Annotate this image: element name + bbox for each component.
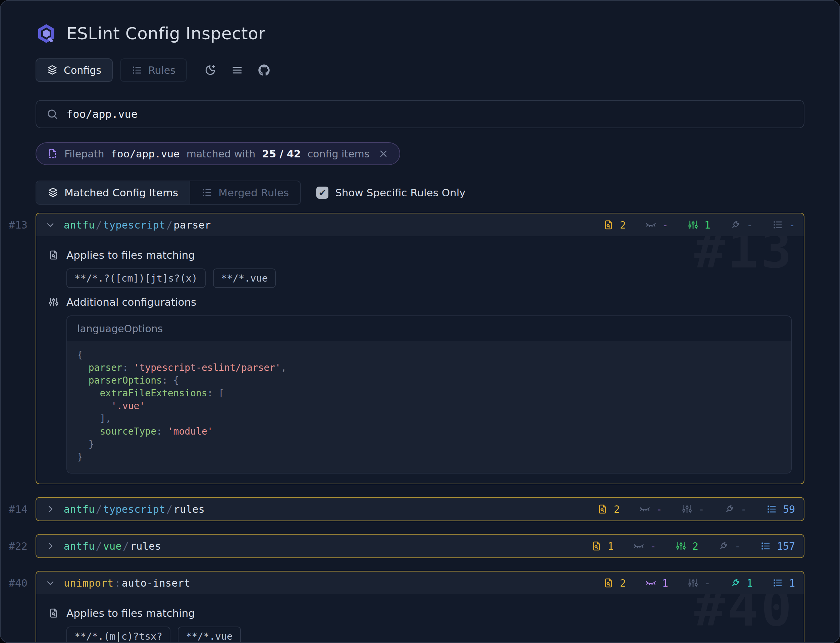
config-header[interactable]: antfu / vue / rules 1 - 2 - 157 [36, 535, 804, 557]
files-matching-label: Applies to files matching [48, 607, 792, 619]
files-matching-label: Applies to files matching [48, 249, 792, 261]
file-search-icon [603, 578, 614, 588]
rules-badge: 157 [760, 540, 795, 552]
config-badges: 2 - - - 59 [578, 503, 795, 515]
glob-chip: **/*.vue [213, 268, 276, 288]
tab-rules[interactable]: Rules [120, 59, 187, 82]
files-badge: 2 [603, 219, 626, 231]
github-link[interactable] [258, 64, 270, 76]
sliders-icon [688, 219, 698, 230]
options-badge: - [688, 577, 710, 589]
chevron-down-icon[interactable] [45, 578, 56, 588]
file-search-icon [48, 608, 59, 619]
config-index: #22 [9, 540, 28, 552]
close-icon [378, 149, 389, 159]
plugins-badge: - [718, 540, 741, 552]
options-badge: - [682, 503, 705, 515]
view-controls: Matched Config Items Merged Rules ✔ Show… [36, 181, 804, 205]
config-body: Applies to files matching **/*.?([cm])[j… [36, 236, 804, 484]
config-badges: 2 1 - 1 1 [584, 577, 795, 589]
list-icon [772, 578, 783, 588]
ignores-badge: - [645, 219, 668, 231]
config-header[interactable]: antfu / typescript / rules 2 - - - 59 [36, 498, 804, 521]
list-icon [772, 219, 783, 230]
tab-label: Configs [64, 64, 101, 76]
files-badge: 2 [603, 577, 626, 589]
sliders-icon [48, 297, 59, 307]
glob-chip: **/*.vue [178, 627, 241, 643]
config-name: antfu / typescript / rules [64, 503, 205, 515]
view-option-label: Merged Rules [218, 187, 289, 199]
view-option-label: Matched Config Items [64, 187, 178, 199]
config-header[interactable]: antfu / typescript / parser 2 - 1 - - [36, 214, 804, 236]
nav-tabs: Configs Rules [36, 59, 804, 82]
config-badges: 2 - 1 - - [584, 219, 795, 231]
config-name-leaf: parser [174, 219, 211, 231]
chevron-down-icon[interactable] [45, 219, 56, 230]
config-name-scope: antfu [64, 503, 95, 515]
config-name-sep: / [165, 219, 174, 231]
config-header[interactable]: unimport : auto-insert 2 1 - 1 1 [36, 571, 804, 594]
config-card: antfu / typescript / rules 2 - - - 59 [36, 497, 804, 521]
menu-button[interactable] [231, 64, 243, 76]
code-line: '.vue' [77, 400, 781, 413]
plug-icon [730, 578, 741, 588]
list-icon [132, 65, 142, 75]
dark-mode-toggle[interactable] [204, 64, 217, 76]
config-name-group: vue [103, 540, 122, 552]
page-title: ESLint Config Inspector [67, 24, 265, 43]
layers-icon [48, 187, 59, 198]
config-name-sep: : [114, 577, 122, 589]
search-input[interactable] [66, 108, 794, 121]
ignores-badge: - [640, 503, 662, 515]
chevron-right-icon[interactable] [45, 541, 56, 552]
config-name-group: typescript [103, 219, 165, 231]
plug-icon [718, 541, 729, 552]
menu-icon [231, 64, 243, 76]
config-card: #13 antfu / typescript / parser 2 - 1 - [36, 213, 804, 484]
config-name-scope: antfu [64, 540, 95, 552]
code-line: ], [77, 413, 781, 425]
filepath-filter-chip: Filepath foo/app.vue matched with 25 / 4… [36, 142, 400, 165]
view-merged-rules[interactable]: Merged Rules [190, 181, 300, 204]
layers-icon [47, 65, 58, 75]
config-index: #13 [9, 219, 28, 231]
checkbox-label: Show Specific Rules Only [335, 187, 466, 199]
config-name-sep: / [95, 219, 103, 231]
specific-rules-checkbox[interactable]: ✔ [316, 187, 329, 199]
config-name-leaf: auto-insert [122, 577, 190, 589]
additional-configurations-label: Additional configurations [48, 296, 792, 308]
config-name-sep: / [95, 503, 103, 515]
code-block: { parser: 'typescript-eslint/parser', pa… [67, 341, 791, 473]
config-item-22: #22 antfu / vue / rules 1 - 2 - [36, 534, 804, 558]
config-name-sep: / [95, 540, 103, 552]
sliders-icon [676, 541, 686, 552]
config-name-sep: / [122, 540, 130, 552]
ignores-badge: - [633, 540, 656, 552]
config-name-group: typescript [103, 503, 165, 515]
file-search-icon [603, 219, 614, 230]
config-name: antfu / vue / rules [64, 540, 161, 552]
plug-icon [724, 504, 735, 514]
code-line: parser: 'typescript-eslint/parser', [77, 361, 781, 374]
config-body: Applies to files matching **/*.(m|c)?tsx… [36, 594, 804, 643]
config-item-40: #40 #40 unimport : auto-insert 2 1 - 1 [36, 571, 804, 643]
config-item-14: #14 antfu / typescript / rules 2 - - [36, 497, 804, 521]
config-card: antfu / vue / rules 1 - 2 - 157 [36, 534, 804, 558]
tab-configs[interactable]: Configs [36, 59, 113, 82]
chevron-right-icon[interactable] [45, 504, 56, 514]
view-matched-config-items[interactable]: Matched Config Items [36, 181, 190, 204]
glob-list: **/*.(m|c)?tsx? **/*.vue [67, 627, 792, 643]
clear-filter-button[interactable] [378, 149, 389, 159]
plug-icon [730, 219, 741, 230]
config-name-sep: / [165, 503, 174, 515]
code-line: } [77, 451, 781, 463]
config-item-13: #13 #13 antfu / typescript / parser 2 - [36, 213, 804, 484]
app-header: ESLint Config Inspector [36, 1, 804, 44]
app-window: ESLint Config Inspector Configs Rules [0, 0, 840, 643]
config-card: #40 unimport : auto-insert 2 1 - 1 1 [36, 571, 804, 643]
config-name: antfu / typescript / parser [64, 219, 211, 231]
show-specific-rules-toggle[interactable]: ✔ Show Specific Rules Only [316, 187, 466, 199]
github-icon [258, 64, 270, 76]
rules-badge: 1 [772, 577, 795, 589]
